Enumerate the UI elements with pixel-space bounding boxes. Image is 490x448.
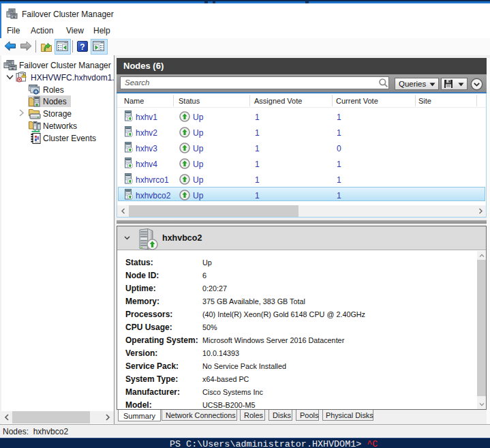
svg-text:?: ?: [80, 42, 85, 52]
